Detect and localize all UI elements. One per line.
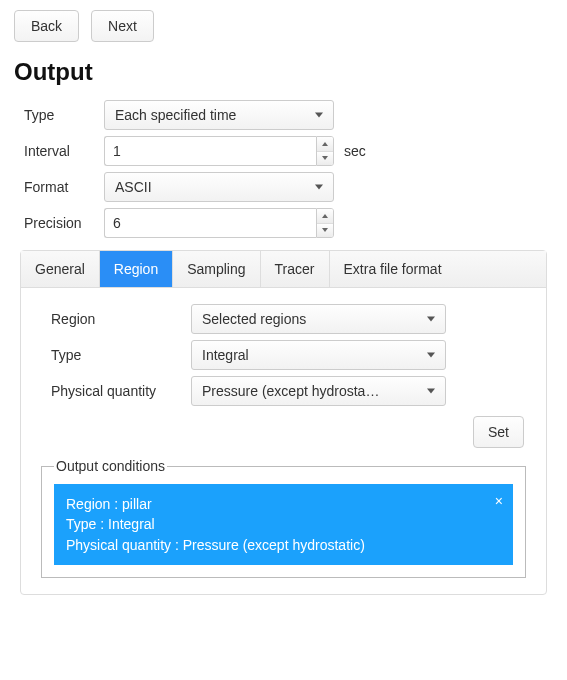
precision-input[interactable]	[104, 208, 316, 238]
output-tab-panel: General Region Sampling Tracer Extra fil…	[20, 250, 547, 595]
condition-line-type: Type : Integral	[66, 514, 483, 534]
interval-step-down[interactable]	[317, 152, 333, 166]
triangle-up-icon	[322, 142, 328, 146]
chevron-down-icon	[427, 317, 435, 322]
tab-bar: General Region Sampling Tracer Extra fil…	[21, 251, 546, 288]
physical-quantity-select-value: Pressure (except hydrosta…	[202, 383, 419, 399]
format-select-value: ASCII	[115, 179, 152, 195]
chevron-down-icon	[315, 113, 323, 118]
interval-label: Interval	[24, 143, 104, 159]
output-conditions-legend: Output conditions	[54, 458, 167, 474]
region-select-value: Selected regions	[202, 311, 419, 327]
type-label: Type	[24, 107, 104, 123]
format-label: Format	[24, 179, 104, 195]
precision-step-up[interactable]	[317, 209, 333, 224]
back-button[interactable]: Back	[14, 10, 79, 42]
physical-quantity-label: Physical quantity	[51, 383, 191, 399]
type-select-value: Each specified time	[115, 107, 236, 123]
precision-label: Precision	[24, 215, 104, 231]
tab-tracer[interactable]: Tracer	[261, 251, 330, 287]
interval-unit: sec	[344, 143, 366, 159]
region-tab-content: Region Selected regions Type Integral Ph…	[21, 288, 546, 406]
chevron-down-icon	[427, 389, 435, 394]
precision-step-down[interactable]	[317, 224, 333, 238]
tab-extra-file-format[interactable]: Extra file format	[330, 251, 547, 287]
region-type-select[interactable]: Integral	[191, 340, 446, 370]
next-button[interactable]: Next	[91, 10, 154, 42]
condition-item[interactable]: Region : pillar Type : Integral Physical…	[54, 484, 513, 565]
tab-general[interactable]: General	[21, 251, 100, 287]
triangle-down-icon	[322, 228, 328, 232]
chevron-down-icon	[427, 353, 435, 358]
physical-quantity-select[interactable]: Pressure (except hydrosta…	[191, 376, 446, 406]
interval-input[interactable]	[104, 136, 316, 166]
triangle-up-icon	[322, 214, 328, 218]
region-select[interactable]: Selected regions	[191, 304, 446, 334]
output-conditions-fieldset: Output conditions Region : pillar Type :…	[41, 458, 526, 578]
set-button[interactable]: Set	[473, 416, 524, 448]
region-type-select-value: Integral	[202, 347, 419, 363]
interval-stepper	[104, 136, 334, 166]
output-form: Type Each specified time Interval sec Fo…	[24, 100, 553, 238]
region-label: Region	[51, 311, 191, 327]
condition-line-pq: Physical quantity : Pressure (except hyd…	[66, 535, 483, 555]
section-heading: Output	[14, 58, 553, 86]
tab-region[interactable]: Region	[100, 251, 173, 287]
format-select[interactable]: ASCII	[104, 172, 334, 202]
precision-stepper	[104, 208, 334, 238]
triangle-down-icon	[322, 156, 328, 160]
region-type-label: Type	[51, 347, 191, 363]
tab-sampling[interactable]: Sampling	[173, 251, 260, 287]
type-select[interactable]: Each specified time	[104, 100, 334, 130]
close-icon[interactable]: ×	[495, 494, 503, 508]
nav-buttons: Back Next	[14, 10, 553, 42]
interval-step-up[interactable]	[317, 137, 333, 152]
condition-line-region: Region : pillar	[66, 494, 483, 514]
chevron-down-icon	[315, 185, 323, 190]
